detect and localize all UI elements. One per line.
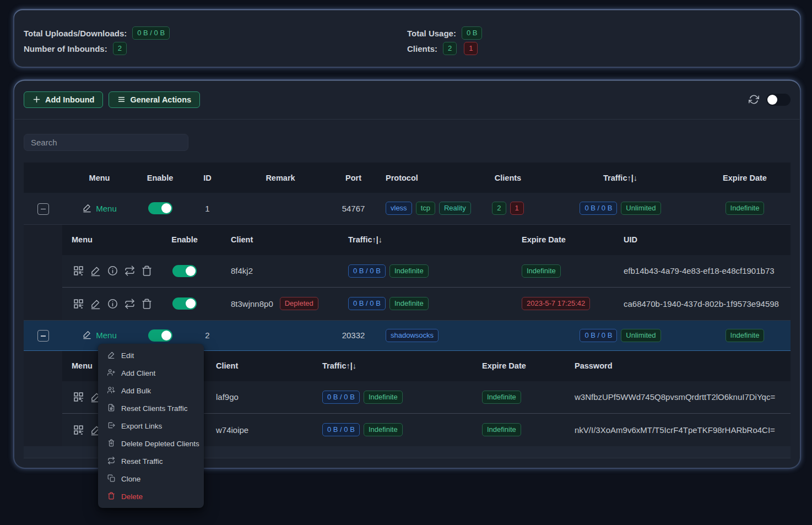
client-8t3wjnn8p0-traffic-tag: 0 B / 0 B: [348, 297, 386, 310]
inbound-1-traffic-tag: 0 B / 0 B: [580, 202, 617, 215]
inbound-1-traffic-limit-tag: Unlimited: [621, 202, 661, 215]
inbound-2-expire-tag: Indefinite: [726, 329, 765, 342]
subcol-traffic[interactable]: Traffic↑|↓: [313, 351, 473, 381]
col-protocol: Protocol: [377, 163, 474, 193]
inbounds-table-header: Menu Enable ID Remark Port Protocol Clie…: [24, 163, 791, 193]
toolbar: Add Inbound General Actions: [14, 80, 800, 120]
stat-total-uploads-downloads-value: 0 B / 0 B: [132, 26, 170, 40]
inbound-2-enable-toggle[interactable]: [148, 329, 172, 342]
reset-traffic-icon[interactable]: [123, 298, 137, 310]
stats-left-column: Total Uploads/Downloads: 0 B / 0 B Numbe…: [24, 26, 407, 56]
dropdown-item-add-client-label: Add Client: [121, 369, 155, 377]
edit-pencil-icon[interactable]: [89, 265, 102, 277]
client-laf9go-traffic-expire-tag: Indefinite: [364, 391, 403, 404]
dropdown-item-add-bulk-label: Add Bulk: [121, 387, 151, 395]
qrcode-icon[interactable]: [72, 265, 85, 277]
col-traffic[interactable]: Traffic↑|↓: [542, 163, 699, 193]
client-8t3wjnn8p0-traffic-expire-tag: Indefinite: [389, 297, 429, 310]
client-8t3wjnn8p0-uid: ca68470b-1940-437d-802b-1f9573e94598: [614, 288, 791, 320]
client-8t3wjnn8p0-expire-tag: 2023-5-7 17:25:42: [522, 297, 590, 310]
inbound-1-port: 54767: [330, 193, 377, 224]
protocol-tag-reality: Reality: [439, 202, 471, 215]
general-actions-label: General Actions: [130, 95, 191, 104]
info-icon[interactable]: [106, 298, 120, 310]
col-expand: [24, 163, 63, 193]
dropdown-item-delete-depleted-clients[interactable]: Delete Depleted Clients: [98, 435, 204, 452]
inbound-2-port: 20332: [330, 320, 377, 350]
dropdown-item-reset-traffic[interactable]: Reset Traffic: [98, 452, 204, 470]
col-id: ID: [184, 163, 231, 193]
inbound-1-clients-table: Menu Enable Client Traffic↑|↓ Expire Dat…: [62, 225, 791, 320]
inbound-1-remark: [231, 193, 330, 224]
protocol-tag-tcp: tcp: [416, 202, 435, 215]
client-row-8f4kj2: 8f4kj2 0 B / 0 B Indefinite Indefinite e: [62, 255, 791, 288]
dropdown-item-export-links[interactable]: Export Links: [98, 417, 204, 435]
client-laf9go-traffic-tag: 0 B / 0 B: [322, 391, 360, 404]
client-laf9go-name: laf9go: [207, 381, 313, 414]
protocol-tag-shadowsocks: shadowsocks: [386, 329, 439, 342]
stat-total-uploads-downloads: Total Uploads/Downloads: 0 B / 0 B: [24, 26, 407, 40]
inbound-1-enable-toggle[interactable]: [148, 202, 172, 214]
qrcode-icon[interactable]: [72, 391, 85, 403]
edit-pencil-icon[interactable]: [89, 298, 102, 310]
reset-traffic-icon[interactable]: [123, 265, 137, 277]
user-add-icon: [107, 369, 115, 378]
refresh-icon[interactable]: [749, 94, 759, 105]
dropdown-item-add-client[interactable]: Add Client: [98, 364, 204, 382]
inbound-1-expanded-row: Menu Enable Client Traffic↑|↓ Expire Dat…: [24, 224, 791, 320]
stat-total-usage: Total Usage: 0 B: [407, 26, 791, 40]
dropdown-item-delete[interactable]: Delete: [98, 488, 204, 505]
inbound-2-traffic-tag: 0 B / 0 B: [580, 329, 617, 342]
dropdown-item-clone[interactable]: Clone: [98, 470, 204, 488]
dropdown-item-edit[interactable]: Edit: [98, 347, 204, 364]
client-laf9go-expire-tag: Indefinite: [482, 391, 521, 404]
dropdown-item-reset-clients-traffic-label: Reset Clients Traffic: [121, 404, 188, 413]
client-w74ioipe-traffic-tag: 0 B / 0 B: [322, 423, 360, 436]
qrcode-icon[interactable]: [72, 298, 85, 310]
subcol-enable: Enable: [148, 225, 221, 255]
inbound-1-menu-button[interactable]: Menu: [82, 203, 117, 214]
client-w74ioipe-password: nkV/I/3XoAm9v6xMT/T5IcrF4TpeTKF98rHARbRo…: [565, 414, 791, 446]
collapse-row-button[interactable]: [37, 330, 49, 342]
subcol-client: Client: [207, 351, 313, 381]
stat-total-usage-label: Total Usage:: [407, 29, 456, 38]
edit-pencil-icon: [107, 351, 115, 360]
stat-clients-depleted-count: 1: [464, 42, 478, 55]
toolbar-right: [749, 94, 791, 106]
client-8f4kj2-uid: efb14b43-4a79-4e83-ef18-e48cf1901b73: [614, 255, 791, 288]
collapse-row-button[interactable]: [37, 203, 49, 215]
general-actions-button[interactable]: General Actions: [109, 91, 200, 108]
dark-mode-toggle[interactable]: [766, 94, 791, 106]
inbound-1-menu-label: Menu: [96, 204, 117, 213]
client-8f4kj2-traffic-tag: 0 B / 0 B: [348, 264, 386, 278]
col-remark: Remark: [231, 163, 330, 193]
stat-number-of-inbounds-label: Number of Inbounds:: [24, 44, 107, 53]
dropdown-item-reset-clients-traffic[interactable]: Reset Clients Traffic: [98, 399, 204, 417]
dropdown-item-add-bulk[interactable]: Add Bulk: [98, 382, 204, 399]
export-icon: [107, 421, 115, 431]
inbound-2-remark: [231, 320, 330, 350]
stats-right-column: Total Usage: 0 B Clients: 2 1: [407, 26, 791, 56]
repeat-icon: [107, 457, 115, 466]
add-inbound-button[interactable]: Add Inbound: [24, 91, 103, 108]
trash-icon[interactable]: [140, 298, 154, 310]
client-8f4kj2-enable-toggle[interactable]: [172, 265, 197, 277]
inbound-1-clients-depleted-tag: 1: [510, 202, 524, 215]
info-icon[interactable]: [106, 265, 120, 277]
search-input[interactable]: [24, 134, 188, 151]
qrcode-icon[interactable]: [72, 424, 85, 436]
col-port: Port: [330, 163, 377, 193]
inbound-2-menu-button[interactable]: Menu: [82, 329, 117, 341]
protocol-tag-vless: vless: [386, 202, 412, 215]
plus-icon: [33, 95, 41, 104]
inbound-2-menu-label: Menu: [96, 331, 117, 340]
inbound-1-id: 1: [184, 193, 231, 224]
subcol-traffic[interactable]: Traffic↑|↓: [339, 225, 512, 255]
client-8t3wjnn8p0-depleted-tag: Depleted: [280, 297, 318, 310]
client-8t3wjnn8p0-enable-toggle[interactable]: [172, 297, 197, 310]
client-w74ioipe-name: w74ioipe: [207, 414, 313, 446]
dropdown-item-reset-traffic-label: Reset Traffic: [121, 457, 163, 466]
trash-icon[interactable]: [140, 265, 154, 277]
usergroup-add-icon: [107, 386, 115, 396]
stats-card: Total Uploads/Downloads: 0 B / 0 B Numbe…: [14, 9, 800, 67]
